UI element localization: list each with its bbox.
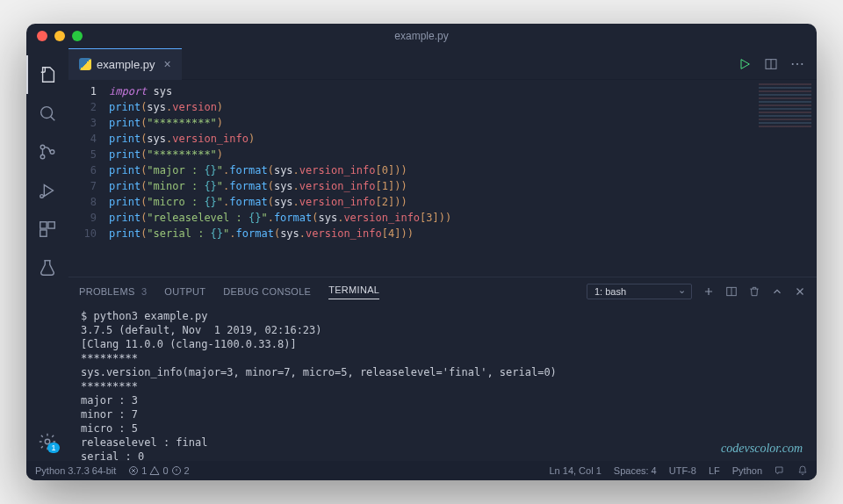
code-content[interactable]: import sysprint(sys.version)print("*****… <box>109 80 817 277</box>
extensions-icon[interactable] <box>26 210 68 248</box>
editor-actions: ⋯ <box>738 55 817 72</box>
run-button[interactable] <box>738 55 752 72</box>
panel-tabs: PROBLEMS 3 OUTPUT DEBUG CONSOLE TERMINAL… <box>68 277 817 306</box>
testing-icon[interactable] <box>26 248 68 287</box>
svg-point-2 <box>40 155 45 159</box>
search-icon[interactable] <box>26 94 68 133</box>
python-file-icon <box>79 58 91 70</box>
close-window-button[interactable] <box>37 31 47 41</box>
tab-problems[interactable]: PROBLEMS 3 <box>79 286 147 297</box>
tab-label: example.py <box>97 58 155 71</box>
svg-rect-6 <box>48 222 54 228</box>
settings-icon[interactable]: 1 <box>26 422 68 461</box>
close-tab-icon[interactable]: × <box>163 57 170 71</box>
minimize-window-button[interactable] <box>54 31 65 41</box>
more-actions-icon[interactable]: ⋯ <box>790 55 804 72</box>
svg-point-4 <box>40 195 44 198</box>
split-editor-icon[interactable] <box>764 55 778 72</box>
status-feedback-icon[interactable] <box>775 465 785 476</box>
svg-point-1 <box>40 145 45 149</box>
explorer-icon[interactable] <box>26 55 68 94</box>
activity-bar: 1 <box>26 48 68 461</box>
editor-body: 1 example.py × ⋯ <box>26 48 817 461</box>
window-title: example.py <box>394 30 448 42</box>
settings-badge: 1 <box>47 443 59 453</box>
titlebar: example.py <box>26 24 817 48</box>
editor-window: example.py 1 <box>26 24 817 480</box>
status-bar: Python 3.7.3 64-bit 1 0 2 Ln 14, Col 1 S… <box>26 461 817 480</box>
source-control-icon[interactable] <box>26 133 68 171</box>
traffic-lights <box>37 31 83 41</box>
tab-terminal[interactable]: TERMINAL <box>328 284 379 299</box>
line-gutter: 12345678910 <box>68 80 109 277</box>
tab-debug-console[interactable]: DEBUG CONSOLE <box>223 286 311 297</box>
svg-rect-5 <box>40 222 47 228</box>
watermark: codevscolor.com <box>721 442 803 456</box>
status-diagnostics[interactable]: 1 0 2 <box>128 465 189 476</box>
minimap[interactable] <box>759 83 811 127</box>
svg-point-0 <box>41 107 53 119</box>
maximize-panel-icon[interactable] <box>771 285 783 298</box>
kill-terminal-icon[interactable] <box>748 285 760 298</box>
tab-output[interactable]: OUTPUT <box>164 286 205 297</box>
close-panel-icon[interactable] <box>794 285 806 298</box>
split-terminal-icon[interactable] <box>725 285 738 298</box>
status-interpreter[interactable]: Python 3.7.3 64-bit <box>35 465 116 476</box>
bottom-panel: PROBLEMS 3 OUTPUT DEBUG CONSOLE TERMINAL… <box>68 277 817 461</box>
new-terminal-icon[interactable] <box>702 285 715 298</box>
terminal-output[interactable]: $ python3 example.py3.7.5 (default, Nov … <box>68 306 817 461</box>
status-eol[interactable]: LF <box>709 465 720 476</box>
terminal-selector[interactable]: 1: bash <box>587 284 692 299</box>
status-language[interactable]: Python <box>732 465 762 476</box>
maximize-window-button[interactable] <box>72 31 83 41</box>
svg-rect-7 <box>40 230 47 236</box>
status-encoding[interactable]: UTF-8 <box>669 465 696 476</box>
debug-icon[interactable] <box>26 171 68 210</box>
editor[interactable]: 12345678910 import sysprint(sys.version)… <box>68 80 817 277</box>
svg-point-3 <box>50 150 54 155</box>
main-area: example.py × ⋯ 12345678910 import syspri… <box>68 48 817 461</box>
status-spaces[interactable]: Spaces: 4 <box>614 465 657 476</box>
tab-example-py[interactable]: example.py × <box>68 48 182 80</box>
status-notifications-icon[interactable] <box>797 465 808 476</box>
tab-bar: example.py × ⋯ <box>68 48 817 80</box>
status-cursor[interactable]: Ln 14, Col 1 <box>549 465 601 476</box>
problems-count: 3 <box>141 286 147 297</box>
